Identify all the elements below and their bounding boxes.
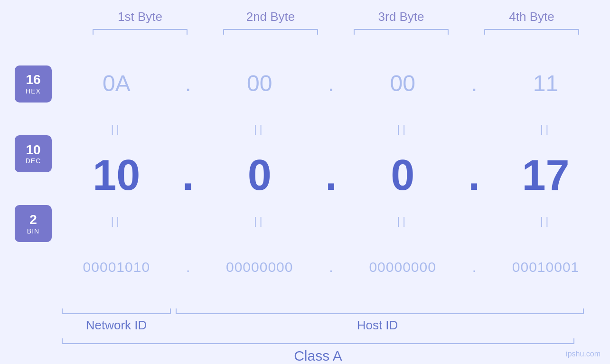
sep1: || — [69, 123, 164, 135]
header-byte4: 4th Byte — [484, 9, 579, 24]
badge-dec: 10 DEC — [15, 135, 52, 172]
content-area: 16 HEX 10 DEC 2 BIN 0A . — [0, 44, 610, 306]
sep-dec-bin: || || || || — [62, 214, 601, 228]
hex-b1: 0A — [69, 70, 164, 96]
badge-bin-number: 2 — [29, 213, 37, 227]
sep5: || — [69, 215, 164, 227]
network-host-labels: Network ID Host ID — [62, 318, 584, 333]
bin-b4: 00010001 — [498, 259, 593, 275]
sep-hex-dec: || || || || — [62, 122, 601, 136]
badge-bin: 2 BIN — [15, 205, 52, 242]
host-id-bracket — [176, 308, 584, 314]
bin-row: 00001010 . 00000000 . 00000000 . — [62, 228, 601, 306]
dot-bin-1: . — [178, 259, 197, 275]
host-id-label: Host ID — [171, 318, 584, 333]
bin-b1: 00001010 — [69, 259, 164, 275]
header-byte1: 1st Byte — [93, 9, 188, 24]
dot-dec-2: . — [321, 151, 340, 200]
dec-b1: 10 — [69, 151, 164, 200]
sep3: || — [355, 123, 450, 135]
badge-hex-number: 16 — [26, 73, 40, 87]
dot-bin-3: . — [465, 259, 484, 275]
bottom-section: Network ID Host ID Class A — [0, 308, 610, 364]
bracket-byte4 — [484, 29, 579, 35]
dot-bin-2: . — [321, 259, 340, 275]
hex-row: 0A . 00 . 00 . 11 — [62, 44, 601, 122]
bin-b3: 00000000 — [355, 259, 450, 275]
bracket-byte2 — [223, 29, 318, 35]
dot-hex-1: . — [178, 70, 197, 96]
header-byte2: 2nd Byte — [223, 9, 318, 24]
dot-hex-3: . — [465, 70, 484, 96]
main-container: 1st Byte 2nd Byte 3rd Byte 4th Byte 16 H… — [0, 0, 610, 364]
sep2: || — [212, 123, 307, 135]
dec-b2: 0 — [212, 151, 307, 200]
network-id-bracket — [62, 308, 171, 314]
grid-area: 0A . 00 . 00 . 11 — [62, 44, 610, 306]
sep8: || — [498, 215, 593, 227]
class-label: Class A — [62, 348, 574, 364]
sep7: || — [355, 215, 450, 227]
badge-dec-number: 10 — [26, 143, 40, 158]
badge-hex-label: HEX — [26, 87, 41, 95]
hex-b2: 00 — [212, 70, 307, 96]
header-byte3: 3rd Byte — [354, 9, 449, 24]
byte-headers: 1st Byte 2nd Byte 3rd Byte 4th Byte — [75, 9, 597, 24]
badge-hex: 16 HEX — [15, 65, 52, 103]
network-id-label: Network ID — [62, 318, 171, 333]
bottom-brackets — [62, 308, 584, 314]
dec-row: 10 . 0 . 0 . 17 — [62, 136, 601, 214]
hex-b3: 00 — [355, 70, 450, 96]
dot-dec-3: . — [465, 151, 484, 200]
class-bracket — [62, 338, 574, 344]
dot-hex-2: . — [321, 70, 340, 96]
sep4: || — [498, 123, 593, 135]
bracket-byte1 — [93, 29, 188, 35]
watermark: ipshu.com — [566, 350, 601, 358]
badge-bin-label: BIN — [27, 227, 39, 235]
top-brackets — [75, 29, 597, 35]
badges-column: 16 HEX 10 DEC 2 BIN — [0, 44, 62, 306]
hex-b4: 11 — [498, 70, 593, 96]
sep6: || — [212, 215, 307, 227]
dec-b3: 0 — [355, 151, 450, 200]
dec-b4: 17 — [498, 151, 593, 200]
bin-b2: 00000000 — [212, 259, 307, 275]
bracket-byte3 — [354, 29, 449, 35]
badge-dec-label: DEC — [26, 157, 41, 165]
dot-dec-1: . — [178, 151, 197, 200]
